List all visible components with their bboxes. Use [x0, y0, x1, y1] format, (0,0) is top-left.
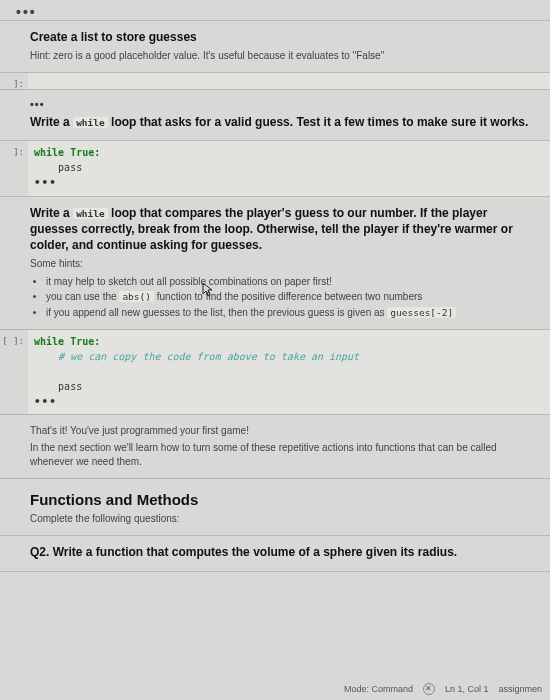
prompt-label: ]: [0, 141, 28, 196]
status-mode: Mode: Command [344, 684, 413, 694]
section-title-functions: Functions and Methods [30, 491, 536, 508]
markdown-cell-thatsit[interactable]: That's it! You've just programmed your f… [0, 414, 550, 479]
markdown-cell-functions[interactable]: Functions and Methods Complete the follo… [0, 478, 550, 536]
code-cell-while-1[interactable]: ]: while True: pass ••• [0, 140, 550, 197]
status-bar: Mode: Command ✕ Ln 1, Col 1 assignmen [336, 678, 550, 700]
status-file: assignmen [498, 684, 542, 694]
heading-compare: Write a while loop that compares the pla… [30, 205, 536, 254]
markdown-cell-valid-guess[interactable]: ••• Write a while loop that asks for a v… [0, 89, 550, 141]
prompt-label: ]: [0, 73, 28, 89]
hint-text: Hint: zero is a good placeholder value. … [30, 49, 536, 63]
heading-create-list: Create a list to store guesses [30, 29, 536, 45]
code-cell-empty-1[interactable]: ]: [0, 72, 550, 90]
code-cell-while-2[interactable]: [ ]: while True: # we can copy the code … [0, 329, 550, 416]
markdown-cell-q2[interactable]: Q2. Write a function that computes the v… [0, 535, 550, 571]
markdown-cell-create-list[interactable]: Create a list to store guesses Hint: zer… [0, 20, 550, 73]
close-icon[interactable]: ✕ [423, 683, 435, 695]
markdown-cell-compare[interactable]: Write a while loop that compares the pla… [0, 196, 550, 330]
question-q2: Q2. Write a function that computes the v… [30, 544, 536, 560]
notebook: ••• Create a list to store guesses Hint:… [0, 0, 550, 601]
prompt-label: [ ]: [0, 330, 28, 415]
top-dots: ••• [0, 0, 550, 20]
hints-label: Some hints: [30, 257, 536, 271]
hints-list: it may help to sketch out all possible c… [46, 274, 536, 320]
thats-it-text: That's it! You've just programmed your f… [30, 424, 536, 438]
status-position: Ln 1, Col 1 [445, 684, 489, 694]
ellipsis-icon: ••• [30, 96, 536, 112]
ellipsis-icon: ••• [34, 174, 57, 191]
next-section-text: In the next section we'll learn how to t… [30, 441, 536, 469]
heading-valid-guess: Write a while loop that asks for a valid… [30, 114, 536, 130]
section-subtitle: Complete the following questions: [30, 512, 536, 526]
ellipsis-icon: ••• [34, 393, 57, 410]
